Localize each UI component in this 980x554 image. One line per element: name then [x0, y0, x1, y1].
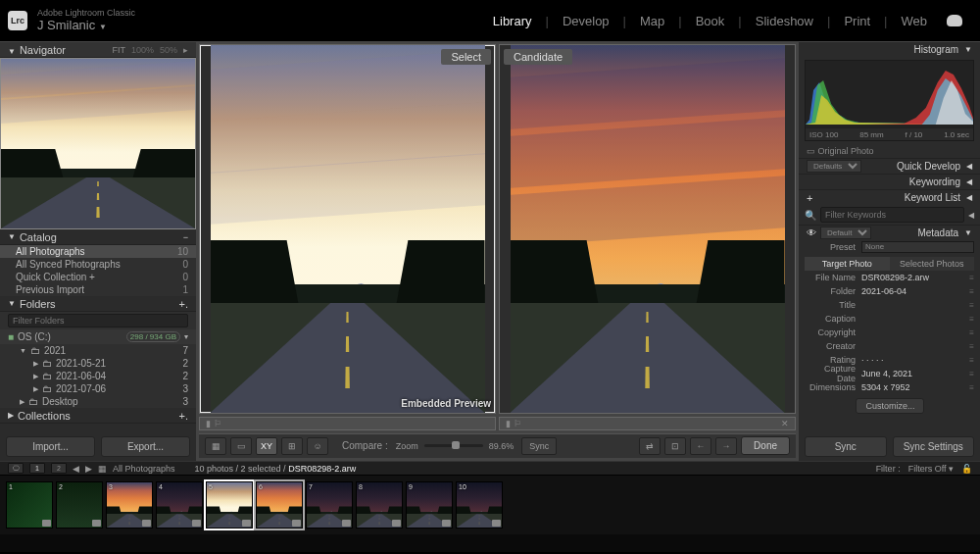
filmstrip-thumb[interactable]: 9	[406, 481, 453, 529]
second-window-icon[interactable]: 2	[51, 463, 67, 474]
metadata-row[interactable]: Copyright≡	[799, 326, 980, 339]
filmstrip-thumb[interactable]: 3	[106, 481, 153, 529]
second-monitor-icon[interactable]: 🖵	[8, 463, 24, 474]
folder-item[interactable]: ▶🗀2021-05-212	[0, 357, 196, 370]
eye-icon[interactable]: 👁	[807, 227, 816, 238]
quick-develop-header[interactable]: Defaults Quick Develop◀	[799, 158, 980, 174]
grid-source-icon[interactable]: ▦	[98, 464, 107, 474]
filmstrip-thumb[interactable]: 2	[56, 481, 103, 529]
catalog-item[interactable]: Previous Import1	[0, 283, 196, 296]
folder-filter-input[interactable]	[8, 314, 188, 327]
prev-icon[interactable]: ←	[690, 437, 711, 455]
catalog-item[interactable]: All Synced Photographs0	[0, 258, 196, 271]
metadata-row[interactable]: Dimensions5304 x 7952≡	[799, 380, 980, 394]
folder-item[interactable]: ▶🗀2021-06-042	[0, 370, 196, 382]
catalog-item[interactable]: Quick Collection +0	[0, 271, 196, 283]
nav-fit[interactable]: FIT	[112, 45, 125, 55]
filter-lock-icon[interactable]: 🔓	[961, 464, 972, 474]
sync-settings-button[interactable]: Sync Settings	[893, 436, 975, 457]
candidate-cell[interactable]: Candidate	[499, 44, 796, 414]
grid-view-icon[interactable]: ▦	[205, 437, 226, 455]
main-window-icon[interactable]: 1	[29, 463, 45, 474]
plus-icon[interactable]: +.	[179, 410, 188, 422]
import-button[interactable]: Import...	[6, 436, 95, 457]
identity-menu-caret-icon[interactable]: ▼	[99, 23, 107, 31]
select-cell[interactable]: Select Embedded Preview	[199, 44, 496, 414]
histogram[interactable]: ISO 100 85 mm f / 10 1.0 sec	[805, 60, 974, 141]
cloud-sync-icon[interactable]	[947, 15, 962, 26]
nav-zoom-50[interactable]: 50%	[160, 45, 177, 55]
people-view-icon[interactable]: ☺	[307, 437, 328, 455]
folder-item[interactable]: ▼🗀20217	[0, 344, 196, 357]
chevron-left-icon[interactable]: ◀	[968, 211, 974, 220]
metadata-row[interactable]: File NameDSR08298-2.arw≡	[799, 271, 980, 284]
folder-item[interactable]: ▶🗀Desktop3	[0, 395, 196, 408]
original-photo-icon[interactable]: ▭	[807, 146, 815, 156]
tab-selected-photos[interactable]: Selected Photos	[890, 257, 975, 271]
close-icon[interactable]: ✕	[781, 419, 789, 428]
sync-button[interactable]: Sync	[805, 436, 887, 457]
filmstrip-thumb[interactable]: 8	[356, 481, 403, 529]
done-button[interactable]: Done	[741, 436, 790, 455]
treatment-select[interactable]: Defaults	[807, 160, 861, 173]
survey-view-icon[interactable]: ⊞	[281, 437, 303, 455]
plus-icon[interactable]: +	[807, 192, 812, 204]
collections-header[interactable]: ▶Collections+.	[0, 408, 196, 424]
module-library[interactable]: Library	[493, 14, 532, 28]
loupe-view-icon[interactable]: ▭	[230, 437, 252, 455]
histogram-header[interactable]: Histogram▼	[799, 42, 980, 57]
candidate-meta[interactable]: ▮ ⚐✕	[499, 417, 796, 430]
filmstrip-thumb[interactable]: 10	[456, 481, 503, 529]
filmstrip-thumb[interactable]: 5	[206, 481, 253, 529]
filter-preset[interactable]: Filters Off ▾	[908, 464, 954, 474]
module-book[interactable]: Book	[696, 14, 725, 28]
drive-row[interactable]: ■ OS (C:) 298 / 934 GB ▾	[0, 329, 196, 344]
customize-button[interactable]: Customize...	[856, 398, 924, 414]
plus-icon[interactable]: +.	[179, 298, 188, 310]
nav-zoom-100[interactable]: 100%	[131, 45, 154, 55]
navigator-preview[interactable]	[0, 58, 196, 229]
chevron-down-icon[interactable]: ▾	[184, 332, 188, 341]
compare-view-icon[interactable]: XY	[256, 437, 277, 455]
select-meta[interactable]: ▮ ⚐	[199, 417, 496, 430]
filmstrip[interactable]: 12345678910	[0, 476, 980, 534]
filmstrip-thumb[interactable]: 6	[256, 481, 303, 529]
sync-button[interactable]: Sync	[521, 437, 557, 455]
keyword-list-header[interactable]: +Keyword List◀	[799, 189, 980, 205]
keyword-filter-input[interactable]	[820, 207, 964, 223]
filmstrip-thumb[interactable]: 4	[156, 481, 203, 529]
module-print[interactable]: Print	[844, 14, 870, 28]
preset-select[interactable]: None	[861, 241, 974, 253]
filmstrip-thumb[interactable]: 1	[6, 481, 53, 529]
metadata-row[interactable]: Capture DateJune 4, 2021≡	[799, 367, 980, 380]
make-select-icon[interactable]: ⊡	[664, 437, 686, 455]
identity-plate[interactable]: J Smilanic	[37, 18, 95, 32]
keywording-header[interactable]: Keywording◀	[799, 174, 980, 189]
source-label[interactable]: All Photographs	[113, 464, 175, 474]
folder-item[interactable]: ▶🗀2021-07-063	[0, 382, 196, 395]
chevron-icon[interactable]: ▸	[183, 45, 188, 55]
metadata-set-select[interactable]: Default	[820, 227, 871, 239]
export-button[interactable]: Export...	[101, 436, 190, 457]
flag-icon[interactable]: ▮ ⚐	[206, 419, 221, 428]
metadata-row[interactable]: Folder2021-06-04≡	[799, 284, 980, 298]
navigator-header[interactable]: ▼Navigator FIT 100% 50% ▸	[0, 42, 196, 58]
next-icon[interactable]: →	[715, 437, 737, 455]
module-slideshow[interactable]: Slideshow	[756, 14, 813, 28]
catalog-header[interactable]: ▼Catalog−	[0, 229, 196, 245]
module-develop[interactable]: Develop	[563, 14, 610, 28]
forward-icon[interactable]: ▶	[85, 464, 92, 474]
folders-header[interactable]: ▼Folders+.	[0, 296, 196, 312]
metadata-header[interactable]: 👁 Default Metadata▼	[799, 225, 980, 240]
back-icon[interactable]: ◀	[73, 464, 79, 474]
swap-icon[interactable]: ⇄	[639, 437, 661, 455]
metadata-row[interactable]: Title≡	[799, 298, 980, 312]
metadata-row[interactable]: Creator≡	[799, 339, 980, 353]
module-web[interactable]: Web	[902, 14, 928, 28]
module-map[interactable]: Map	[640, 14, 664, 28]
flag-icon[interactable]: ▮ ⚐	[506, 419, 521, 428]
zoom-slider[interactable]	[424, 444, 483, 447]
catalog-item[interactable]: All Photographs10	[0, 245, 196, 258]
metadata-row[interactable]: Caption≡	[799, 312, 980, 326]
filmstrip-thumb[interactable]: 7	[306, 481, 353, 529]
